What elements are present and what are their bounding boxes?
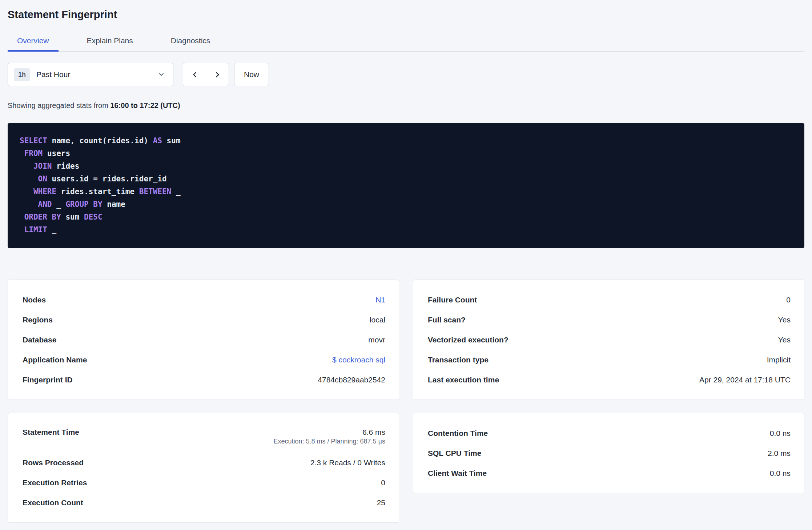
row-value-wrap: 0 (381, 478, 385, 487)
row-value-wrap: Yes (778, 316, 791, 324)
row-subvalue: Execution: 5.8 ms / Planning: 687.5 µs (273, 438, 385, 445)
row-value: local (370, 316, 385, 324)
row-value: Yes (778, 336, 791, 344)
row-label: Full scan? (428, 316, 466, 324)
row-label: Transaction type (428, 356, 489, 364)
sql-text: users.id = rides.rider_id (47, 174, 167, 183)
stats-caption-prefix: Showing aggregated stats from (8, 101, 108, 109)
sql-line: ON users.id = rides.rider_id (20, 173, 792, 185)
row-value-wrap: 0.0 ns (770, 469, 791, 478)
sql-keyword: DESC (84, 213, 102, 221)
row-value: 0.0 ns (770, 429, 791, 437)
row-value-wrap: movr (368, 336, 385, 344)
row-value-wrap: 0 (786, 296, 791, 304)
row-value-wrap: 2.3 k Reads / 0 Writes (310, 458, 385, 467)
card-row: Databasemovr (23, 330, 385, 350)
card-row: Execution Retries0 (23, 473, 385, 493)
sql-text: name (102, 200, 125, 209)
sql-text (20, 162, 33, 170)
sql-text: _ (52, 200, 66, 209)
sql-line: AND _ GROUP BY name (20, 198, 792, 211)
sql-keyword: FROM (24, 149, 43, 158)
sql-text (20, 174, 38, 183)
sql-line: WHERE rides.start_time BETWEEN _ (20, 185, 792, 198)
row-value-link[interactable]: $ cockroach sql (332, 356, 385, 364)
sql-keyword: JOIN (33, 162, 52, 170)
row-value: Implicit (767, 356, 791, 364)
statement-fingerprint-page: Statement Fingerprint OverviewExplain Pl… (0, 0, 812, 523)
row-value-link[interactable]: N1 (375, 296, 385, 304)
next-range-button[interactable] (206, 63, 229, 86)
card-row: Last execution timeApr 29, 2024 at 17:18… (428, 370, 791, 390)
row-label: Rows Processed (23, 458, 84, 467)
toolbar: 1h Past Hour Now (8, 63, 804, 86)
card-row: Statement Time6.6 msExecution: 5.8 ms / … (23, 423, 385, 453)
row-value: 0 (381, 478, 385, 487)
tab-diagnostics[interactable]: Diagnostics (161, 30, 220, 51)
row-label: Statement Time (23, 428, 79, 437)
row-label: Application Name (23, 356, 87, 364)
row-value: 6.6 ms (362, 428, 385, 436)
tab-explain-plans[interactable]: Explain Plans (77, 30, 142, 51)
card-row: Client Wait Time0.0 ns (428, 463, 791, 483)
summary-cards-row: NodesN1RegionslocalDatabasemovrApplicati… (8, 280, 804, 400)
row-label: Execution Retries (23, 478, 87, 487)
row-value: 0 (786, 296, 791, 304)
row-label: Database (23, 336, 56, 344)
row-value: 2.0 ms (768, 449, 791, 457)
prev-range-button[interactable] (183, 63, 206, 86)
row-value-wrap: 6.6 msExecution: 5.8 ms / Planning: 687.… (273, 428, 385, 445)
sql-text (20, 213, 24, 221)
row-value-wrap: 2.0 ms (768, 449, 791, 458)
time-range-select[interactable]: 1h Past Hour (8, 63, 173, 86)
tab-overview[interactable]: Overview (8, 30, 59, 51)
card-row: Vectorized execution?Yes (428, 330, 791, 350)
sql-text (20, 225, 24, 234)
card-row: Execution Count25 (23, 493, 385, 513)
row-label: Last execution time (428, 376, 499, 384)
sql-text: rides (52, 162, 80, 170)
card-row: Transaction typeImplicit (428, 350, 791, 370)
sql-keyword: AS (153, 136, 162, 145)
sql-line: ORDER BY sum DESC (20, 211, 792, 224)
sql-text: name, count(rides.id) (47, 136, 153, 145)
row-value: 2.3 k Reads / 0 Writes (310, 458, 385, 467)
row-label: Regions (23, 316, 53, 324)
sql-keyword: ON (38, 174, 47, 183)
chevron-down-icon (158, 71, 165, 78)
sql-keyword: WHERE (33, 187, 56, 196)
now-button[interactable]: Now (234, 63, 269, 86)
row-label: Vectorized execution? (428, 336, 508, 344)
tab-bar: OverviewExplain PlansDiagnostics (8, 30, 804, 52)
wait-time-card: Contention Time0.0 nsSQL CPU Time2.0 msC… (413, 413, 804, 493)
sql-text: sum (162, 136, 181, 145)
row-value: 0.0 ns (770, 469, 791, 477)
chevron-left-icon (190, 71, 199, 79)
sql-keyword: SELECT (20, 136, 47, 145)
sql-keyword: LIMIT (24, 225, 47, 234)
chevron-right-icon (213, 71, 222, 79)
time-range-badge: 1h (14, 68, 30, 81)
sql-statement-box: SELECT name, count(rides.id) AS sum FROM… (8, 123, 804, 248)
statement-details-card: NodesN1RegionslocalDatabasemovrApplicati… (8, 280, 399, 400)
row-value: movr (368, 336, 385, 344)
sql-keyword: AND (38, 200, 52, 209)
sql-keyword: GROUP BY (65, 200, 102, 209)
row-label: Failure Count (428, 296, 477, 304)
sql-line: FROM users (20, 147, 792, 160)
row-label: Contention Time (428, 429, 488, 438)
sql-text: rides.start_time (56, 187, 139, 196)
row-value-wrap: $ cockroach sql (332, 356, 385, 364)
time-range-label: Past Hour (36, 70, 158, 79)
row-label: SQL CPU Time (428, 449, 481, 458)
row-value-wrap: 4784cb829aab2542 (318, 376, 385, 384)
sql-keyword: BETWEEN (139, 187, 172, 196)
card-row: Rows Processed2.3 k Reads / 0 Writes (23, 453, 385, 473)
row-label: Execution Count (23, 498, 83, 507)
row-value: 25 (377, 498, 385, 507)
sql-line: SELECT name, count(rides.id) AS sum (20, 134, 792, 147)
sql-text (20, 187, 33, 196)
sql-text (20, 149, 24, 158)
card-row: Regionslocal (23, 310, 385, 330)
row-value-wrap: Implicit (767, 356, 791, 364)
